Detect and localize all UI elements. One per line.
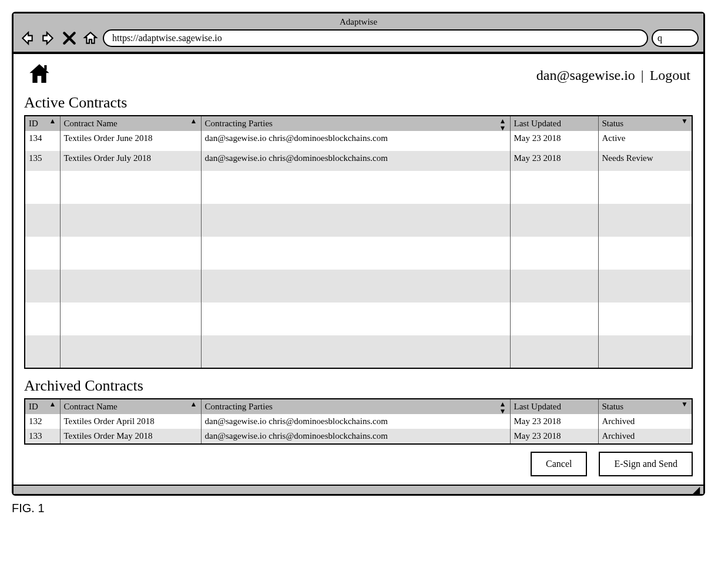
table-row-empty <box>25 237 692 270</box>
stop-button[interactable] <box>61 30 78 46</box>
action-buttons: Cancel E-Sign and Send <box>24 452 693 476</box>
cancel-button[interactable]: Cancel <box>531 452 587 476</box>
browser-chrome: Adaptwise q <box>14 14 703 53</box>
sort-icon: ▲ <box>190 117 197 125</box>
cell-parties: dan@sagewise.io chris@dominoesblockchain… <box>201 429 510 444</box>
logout-link[interactable]: Logout <box>650 68 690 83</box>
home-button[interactable] <box>82 30 99 46</box>
cell-updated: May 23 2018 <box>510 429 598 444</box>
table-row-empty <box>25 171 692 204</box>
sort-icon: ▲▼ <box>499 401 506 415</box>
active-contracts-title: Active Contracts <box>24 94 693 112</box>
archived-contracts-title: Archived Contracts <box>24 377 693 395</box>
user-email: dan@sagewise.io <box>536 68 635 83</box>
user-block: dan@sagewise.io | Logout <box>536 68 690 83</box>
esign-send-button[interactable]: E-Sign and Send <box>599 452 693 476</box>
cell-parties: dan@sagewise.io chris@dominoesblockchain… <box>201 131 510 151</box>
resize-grip-icon[interactable]: ◢ <box>693 485 700 495</box>
search-field[interactable]: q <box>652 29 699 47</box>
cell-id: 134 <box>25 131 60 151</box>
cell-name: Textiles Order June 2018 <box>60 131 201 151</box>
col-header-id[interactable]: ID▲ <box>25 399 60 414</box>
col-header-updated[interactable]: Last Updated <box>510 399 598 414</box>
col-header-id[interactable]: ID▲ <box>25 116 60 131</box>
col-header-status[interactable]: Status▼ <box>598 116 692 131</box>
status-bar: ◢ <box>14 485 703 494</box>
sort-icon: ▲▼ <box>499 117 506 132</box>
sort-icon: ▼ <box>681 401 688 408</box>
sort-icon: ▼ <box>681 117 688 125</box>
cell-name: Textiles Order May 2018 <box>60 429 201 444</box>
window-title: Adaptwise <box>18 16 699 29</box>
cell-parties: dan@sagewise.io chris@dominoesblockchain… <box>201 414 510 429</box>
separator: | <box>641 68 644 83</box>
archived-contracts-table: ID▲ Contract Name▲ Contracting Parties▲▼… <box>24 398 693 445</box>
table-row[interactable]: 135Textiles Order July 2018dan@sagewise.… <box>25 151 692 171</box>
col-header-parties[interactable]: Contracting Parties▲▼ <box>201 399 510 414</box>
forward-button[interactable] <box>39 30 57 46</box>
col-header-status[interactable]: Status▼ <box>598 399 692 414</box>
cell-updated: May 23 2018 <box>510 414 598 429</box>
cell-parties: dan@sagewise.io chris@dominoesblockchain… <box>201 151 510 171</box>
sort-icon: ▲ <box>49 117 56 125</box>
back-button[interactable] <box>18 30 36 46</box>
table-row-empty <box>25 335 692 368</box>
table-row-empty <box>25 302 692 335</box>
browser-toolbar: q <box>18 29 699 47</box>
table-row[interactable]: 132Textiles Order April 2018dan@sagewise… <box>25 414 692 429</box>
cell-id: 135 <box>25 151 60 171</box>
sort-icon: ▲ <box>190 401 197 408</box>
cell-status: Archived <box>598 414 692 429</box>
cell-status: Archived <box>598 429 692 444</box>
cell-updated: May 23 2018 <box>510 151 598 171</box>
table-row[interactable]: 134Textiles Order June 2018dan@sagewise.… <box>25 131 692 151</box>
table-row[interactable]: 133Textiles Order May 2018dan@sagewise.i… <box>25 429 692 444</box>
col-header-updated[interactable]: Last Updated <box>510 116 598 131</box>
cell-status: Active <box>598 131 692 151</box>
cell-id: 133 <box>25 429 60 444</box>
sort-icon: ▲ <box>49 401 56 408</box>
active-contracts-table: ID▲ Contract Name▲ Contracting Parties▲▼… <box>24 115 693 369</box>
search-icon: q <box>657 33 662 43</box>
col-header-name[interactable]: Contract Name▲ <box>60 116 201 131</box>
cell-status: Needs Review <box>598 151 692 171</box>
col-header-name[interactable]: Contract Name▲ <box>60 399 201 414</box>
cell-name: Textiles Order July 2018 <box>60 151 201 171</box>
cell-updated: May 23 2018 <box>510 131 598 151</box>
svg-rect-0 <box>44 65 46 70</box>
page-content: dan@sagewise.io | Logout Active Contract… <box>14 53 703 485</box>
cell-name: Textiles Order April 2018 <box>60 414 201 429</box>
cell-id: 132 <box>25 414 60 429</box>
col-header-parties[interactable]: Contracting Parties▲▼ <box>201 116 510 131</box>
app-home-icon[interactable] <box>26 62 52 88</box>
table-row-empty <box>25 204 692 237</box>
table-row-empty <box>25 270 692 302</box>
figure-label: FIG. 1 <box>12 502 716 515</box>
address-bar[interactable] <box>103 29 648 47</box>
browser-window: Adaptwise q dan@sag <box>12 12 705 496</box>
